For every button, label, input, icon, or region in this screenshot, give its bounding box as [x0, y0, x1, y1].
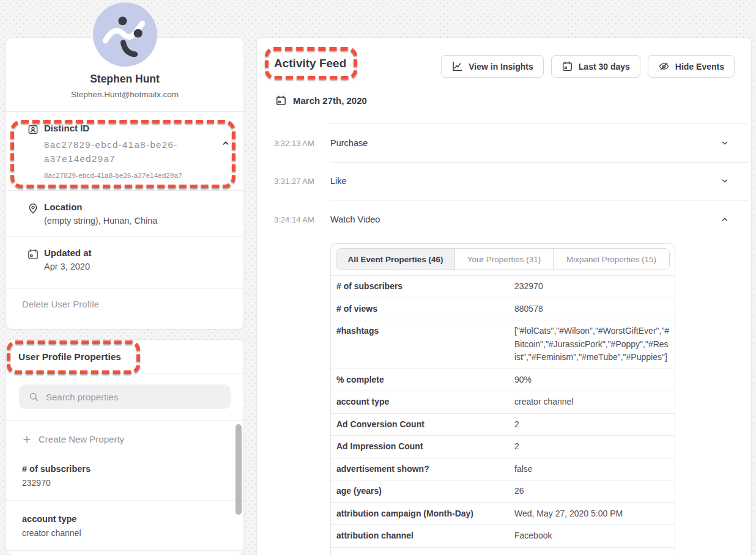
- date-range-label: Last 30 days: [579, 62, 630, 72]
- event-list: 3:32:13 AM Purchase 3:31:27 AM Like 3:24…: [257, 123, 751, 238]
- property-name: Ad Conversion Count: [331, 414, 514, 436]
- user-email: Stephen.Hunt@hotmailx.com: [6, 90, 243, 99]
- property-value: 26: [514, 480, 675, 502]
- property-value: Facebook: [514, 525, 675, 547]
- property-list-item[interactable]: # of subscribers 232970: [6, 450, 243, 501]
- property-value: 232970: [514, 276, 675, 298]
- property-name: # of views: [331, 298, 514, 320]
- location-value: (empty string), Hunan, China: [44, 216, 217, 226]
- delete-user-profile-link[interactable]: Delete User Profile: [6, 288, 243, 320]
- user-name: Stephen Hunt: [6, 73, 243, 86]
- calendar-icon: [561, 61, 573, 72]
- id-badge-icon: [27, 123, 39, 136]
- chevron-up-icon[interactable]: [721, 215, 729, 224]
- property-value: 232970: [22, 478, 228, 488]
- property-name: account type: [22, 514, 228, 524]
- event-properties-table: # of subscribers 232970 # of views 88057…: [331, 275, 675, 548]
- feed-date-text: March 27th, 2020: [293, 95, 367, 106]
- property-name: Ad Impression Count: [331, 436, 514, 458]
- distinct-id-label: Distinct ID: [44, 123, 217, 133]
- properties-list: Create New Property # of subscribers 232…: [6, 420, 243, 554]
- plus-icon: [22, 435, 32, 444]
- event-row-purchase[interactable]: 3:32:13 AM Purchase: [257, 123, 751, 162]
- chevron-down-icon[interactable]: [721, 177, 729, 185]
- property-name: # of subscribers: [331, 276, 514, 298]
- scrollbar-thumb[interactable]: [235, 424, 242, 515]
- property-value: creator channel: [514, 391, 675, 413]
- property-name: attribution channel: [331, 525, 514, 547]
- table-row: advertisement shown? false: [331, 458, 675, 480]
- property-value: 880578: [514, 298, 675, 320]
- property-list-item[interactable]: account type creator channel: [6, 501, 243, 551]
- table-row: # of views 880578: [331, 298, 675, 320]
- distinct-id-value: 8ac27829-ebcd-41a8-be26-a37e14ed29a7: [44, 138, 217, 166]
- property-value: false: [514, 458, 675, 480]
- property-name: age (years): [331, 480, 514, 502]
- table-row: # of subscribers 232970: [331, 275, 675, 298]
- event-time: 3:32:13 AM: [274, 138, 314, 147]
- event-row-like[interactable]: 3:31:27 AM Like: [257, 162, 751, 200]
- event-time: 3:31:27 AM: [274, 177, 314, 186]
- property-value: Wed, May 27, 2020 5:00 PM: [514, 503, 675, 525]
- feed-actions: View in Insights Last 30 days Hide E: [441, 55, 735, 78]
- table-row: % complete 90%: [331, 369, 675, 391]
- property-value: 2: [514, 414, 675, 436]
- chevron-down-icon[interactable]: [721, 139, 729, 147]
- property-name: advertisement shown?: [331, 458, 514, 480]
- property-name: % complete: [331, 369, 514, 391]
- user-avatar: [93, 2, 157, 67]
- location-section: Location (empty string), Hunan, China: [6, 190, 243, 236]
- hide-events-label: Hide Events: [675, 62, 724, 72]
- property-name: attribution campaign (Month-Day): [331, 503, 514, 525]
- event-name: Purchase: [330, 138, 368, 148]
- user-profile-properties-card: User Profile Properties Create New Prope…: [6, 340, 243, 555]
- table-row: [331, 547, 675, 548]
- create-new-property-label: Create New Property: [39, 434, 124, 444]
- table-row: attribution channel Facebook: [331, 524, 675, 547]
- user-profile-card: Stephen Hunt Stephen.Hunt@hotmailx.com D…: [6, 38, 243, 329]
- event-time: 3:24:14 AM: [274, 215, 314, 224]
- search-properties-input[interactable]: [19, 384, 231, 409]
- feed-date-header: March 27th, 2020: [275, 95, 367, 106]
- search-icon: [28, 391, 39, 402]
- property-value: 2: [514, 436, 675, 458]
- tab-mixpanel-properties[interactable]: Mixpanel Properties (15): [553, 249, 669, 270]
- event-name: Watch Video: [330, 215, 380, 224]
- location-label: Location: [44, 202, 217, 212]
- event-row-watch-video[interactable]: 3:24:14 AM Watch Video: [257, 200, 751, 238]
- table-row: age (years) 26: [331, 480, 675, 502]
- location-pin-icon: [27, 202, 39, 215]
- calendar-icon: [275, 95, 287, 106]
- calendar-icon: [27, 248, 39, 260]
- properties-panel-title: User Profile Properties: [6, 340, 243, 373]
- property-name: #hashtags: [331, 320, 514, 369]
- table-row: Ad Conversion Count 2: [331, 413, 675, 436]
- activity-feed-title: Activity Feed: [274, 57, 346, 70]
- property-value: ["#lolCats","#Wilson","#WorstGiftEver","…: [514, 320, 675, 369]
- view-in-insights-button[interactable]: View in Insights: [441, 55, 544, 78]
- date-range-button[interactable]: Last 30 days: [551, 55, 640, 78]
- eye-off-icon: [658, 61, 670, 72]
- create-new-property-button[interactable]: Create New Property: [6, 421, 243, 450]
- hide-events-button[interactable]: Hide Events: [648, 55, 735, 78]
- updated-at-section: Updated at Apr 3, 2020: [6, 236, 243, 288]
- event-name: Like: [330, 176, 347, 186]
- event-detail-card: All Event Properties (46) Your Propertie…: [330, 243, 675, 555]
- event-properties-tabs: All Event Properties (46) Your Propertie…: [336, 248, 670, 270]
- property-name: account type: [331, 391, 514, 413]
- property-name: # of subscribers: [22, 464, 228, 474]
- updated-at-label: Updated at: [44, 248, 217, 258]
- distinct-id-subvalue: 8ac27829-ebcd-41a8-be26-a37e14ed29a7: [44, 172, 217, 179]
- updated-at-value: Apr 3, 2020: [44, 262, 217, 272]
- tab-your-properties[interactable]: Your Properties (31): [454, 249, 553, 270]
- view-in-insights-label: View in Insights: [469, 62, 533, 72]
- search-properties-wrap: [19, 384, 231, 409]
- table-row: #hashtags ["#lolCats","#Wilson","#WorstG…: [331, 320, 675, 369]
- line-chart-icon: [451, 61, 463, 72]
- chevron-up-icon[interactable]: [220, 138, 231, 149]
- tab-all-event-properties[interactable]: All Event Properties (46): [336, 249, 454, 270]
- table-row: attribution campaign (Month-Day) Wed, Ma…: [331, 502, 675, 525]
- activity-feed-panel: Activity Feed View in Insights Last 30 d…: [257, 38, 751, 555]
- table-row: account type creator channel: [331, 391, 675, 413]
- property-value: creator channel: [22, 528, 228, 538]
